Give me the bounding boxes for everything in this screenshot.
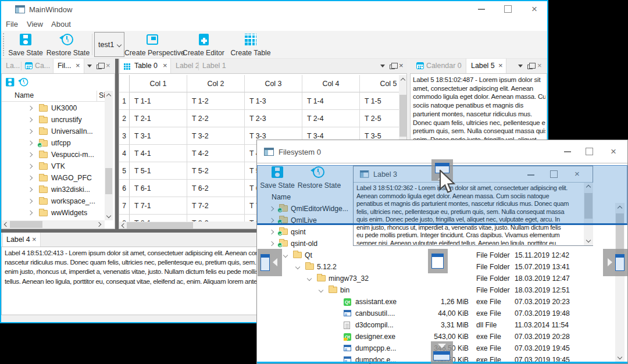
create-perspective-button[interactable]: Create Perspective <box>124 33 180 57</box>
expand-chevron-icon[interactable] <box>28 210 33 215</box>
expand-chevron-icon[interactable] <box>28 117 33 122</box>
scrollbar-thumb[interactable] <box>10 221 42 228</box>
tab-label0[interactable]: La... <box>2 59 21 73</box>
undock-icon[interactable] <box>97 65 102 69</box>
restore-state-button[interactable]: Restore State <box>45 33 91 57</box>
table-col-header[interactable]: Col 5 <box>360 75 399 92</box>
tab-menu-icon[interactable] <box>518 65 523 67</box>
table-cell[interactable]: T 2-5 <box>360 110 399 127</box>
create-editor-button[interactable]: Create Editor <box>183 33 224 57</box>
fs-row[interactable]: d3dcompil...3,31 MiBdll File11.03.2014 1… <box>257 319 627 331</box>
menu-file[interactable]: File <box>6 17 18 31</box>
expand-chevron-icon[interactable] <box>295 265 300 269</box>
table-col-header[interactable]: Col 1 <box>130 75 187 92</box>
table-cell[interactable]: T 3-2 <box>187 127 245 145</box>
tree-item[interactable]: win32diski... <box>2 184 105 195</box>
table-cell[interactable]: T 4-1 <box>130 145 187 162</box>
expand-chevron-icon[interactable] <box>307 276 312 281</box>
tree-item[interactable]: VTK <box>2 160 105 172</box>
tab-calendar[interactable]: Ca... <box>22 59 52 73</box>
expand-chevron-icon[interactable] <box>28 141 33 145</box>
tab-close-icon[interactable]: × <box>76 61 80 70</box>
scrollbar-thumb[interactable] <box>105 168 112 194</box>
table-cell[interactable]: T 1-5 <box>360 92 399 110</box>
tab-close-icon[interactable]: × <box>498 61 503 70</box>
close-icon[interactable]: × <box>611 147 616 156</box>
fs-row[interactable]: binFile Folder18.03.2019 12:51 <box>257 284 627 296</box>
tree-item[interactable]: UniversalIn... <box>2 126 105 137</box>
tree-item[interactable]: WAGO_PFC <box>2 172 105 184</box>
tab-label1[interactable]: Label 1 <box>199 59 225 73</box>
create-table-button[interactable]: Create Table <box>230 33 271 57</box>
table-cell[interactable]: T 1-2 <box>187 92 245 110</box>
perspective-dropdown[interactable]: test1 <box>94 32 124 57</box>
left-tree-hscrollbar[interactable] <box>2 220 105 229</box>
panel-close-icon[interactable]: × <box>106 61 110 70</box>
tab-close-icon[interactable]: × <box>163 61 167 70</box>
tab-menu-icon[interactable] <box>380 65 385 67</box>
table-cell[interactable]: T 1-3 <box>245 92 302 110</box>
scrollbar-thumb[interactable] <box>399 95 406 137</box>
tab-label5[interactable]: Label 5 × <box>466 59 506 73</box>
drop-indicator-bottom[interactable] <box>431 341 453 364</box>
table-cell[interactable]: T 1-1 <box>130 92 187 110</box>
minimize-icon[interactable] <box>564 151 571 152</box>
expand-chevron-icon[interactable] <box>28 199 33 204</box>
tab-label2[interactable]: Label 2 <box>172 59 198 73</box>
toolbar-drag-handle[interactable] <box>3 33 4 56</box>
drop-indicator-left[interactable] <box>258 249 282 276</box>
expand-chevron-icon[interactable] <box>283 253 288 258</box>
expand-chevron-icon[interactable] <box>28 106 33 110</box>
tab-label4[interactable]: Label 4 × <box>2 233 41 247</box>
table-cell[interactable]: T 3-1 <box>130 127 187 145</box>
expand-chevron-icon[interactable] <box>28 152 33 157</box>
table-cell[interactable]: T 7-1 <box>130 197 187 215</box>
undock-icon[interactable] <box>527 65 533 69</box>
tree-item[interactable]: UK3000 <box>2 102 105 114</box>
expand-chevron-icon[interactable] <box>28 129 33 134</box>
fs-vscrollbar[interactable] <box>615 203 625 362</box>
expand-chevron-icon[interactable] <box>28 176 33 180</box>
save-state-button[interactable]: Save State <box>8 33 43 57</box>
drop-indicator-right[interactable] <box>603 249 627 276</box>
panel-close-icon[interactable]: × <box>399 61 404 70</box>
tab-calendar0[interactable]: Calendar 0 <box>411 59 465 73</box>
menu-view[interactable]: View <box>27 17 43 31</box>
tab-filesystem[interactable]: Fil... × <box>53 59 84 73</box>
table-cell[interactable]: T 8-2 <box>187 215 245 222</box>
tree-item[interactable]: wwWidgets <box>2 207 105 219</box>
undock-icon[interactable] <box>390 65 395 69</box>
tab-close-icon[interactable]: × <box>32 235 37 244</box>
expand-chevron-icon[interactable] <box>28 164 33 169</box>
tree-item[interactable]: uncrustify <box>2 114 105 126</box>
expand-chevron-icon[interactable] <box>319 288 323 292</box>
table-cell[interactable]: T 6-2 <box>187 180 245 197</box>
expand-chevron-icon[interactable] <box>28 187 33 192</box>
drop-indicator-center[interactable] <box>428 249 448 273</box>
table-cell[interactable]: T 2-1 <box>130 110 187 127</box>
table-col-header[interactable]: Col 4 <box>302 75 360 92</box>
table-col-header[interactable]: Col 2 <box>187 75 245 92</box>
panel-close-icon[interactable]: × <box>537 61 542 70</box>
maximize-button[interactable] <box>497 1 520 17</box>
fs-row[interactable]: designer.exe543,00 KiBexe File07.03.2019… <box>257 331 627 342</box>
table-cell[interactable]: T 2-3 <box>245 110 302 127</box>
maximize-icon[interactable] <box>586 148 593 155</box>
table-col-header[interactable]: Col 3 <box>245 75 302 92</box>
table-cell[interactable]: T 2-2 <box>187 110 245 127</box>
table-cell[interactable]: T 8-1 <box>130 215 187 222</box>
table-cell[interactable]: T 4-2 <box>187 145 245 162</box>
main-titlebar[interactable]: MainWindow × <box>1 1 547 17</box>
fs-row[interactable]: mingw73_32File Folder18.03.2019 12:47 <box>257 273 627 284</box>
table-cell[interactable]: T 6-1 <box>130 180 187 197</box>
tree-item[interactable]: Vespucci-m... <box>2 149 105 160</box>
table-cell[interactable]: T 5-2 <box>187 162 245 180</box>
left-tree-vscrollbar[interactable] <box>105 91 113 220</box>
tab-table0[interactable]: Table 0 × <box>119 59 171 73</box>
fs-row[interactable]: canbusutil....44,00 KiBexe File07.03.201… <box>257 308 627 319</box>
tree-item[interactable]: utfcpp <box>2 137 105 149</box>
table-cell[interactable]: T 5-1 <box>130 162 187 180</box>
fs-row[interactable]: assistant.exe1,26 MiBexe File07.03.2019 … <box>257 296 627 308</box>
close-button[interactable]: × <box>523 1 547 17</box>
scrollbar-thumb[interactable] <box>127 222 193 229</box>
